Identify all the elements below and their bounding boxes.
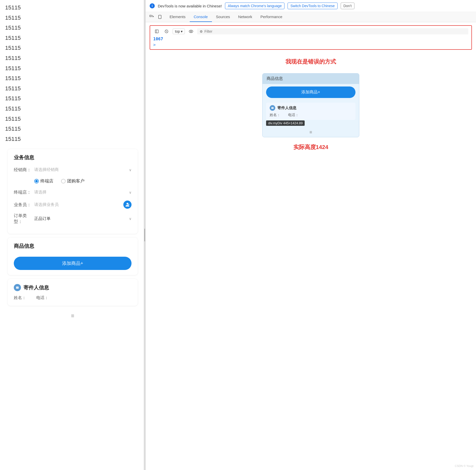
inspect-element-icon[interactable]	[148, 14, 155, 21]
list-item: 15115	[5, 43, 140, 53]
preview-phone-label: 电话：	[288, 113, 299, 117]
dealer-placeholder: 请选择经销商	[34, 167, 59, 172]
tab-console[interactable]: Console	[190, 12, 212, 22]
dealer-label: 经销商：	[14, 167, 34, 173]
console-filter-area: ⚙	[197, 28, 468, 34]
order-type-value: 正品订单	[34, 216, 129, 221]
sender-icon	[14, 284, 21, 291]
product-info-card: 商品信息 添加商品+	[8, 238, 138, 275]
terminal-store-select[interactable]: 请选择 ∨	[34, 188, 132, 196]
svg-rect-1	[159, 15, 161, 19]
preview-card: 商品信息 添加商品+ 寄件人信息 姓名： 电话： di	[262, 73, 359, 137]
preview-card-header: 商品信息	[263, 73, 359, 84]
preview-handle: ≡	[263, 128, 359, 137]
devtools-tabs: Elements Console Sources Network Perform…	[146, 12, 476, 22]
terminal-store-label: 终端店：	[14, 189, 34, 195]
sender-title-row: 寄件人信息	[14, 284, 132, 291]
order-type-select[interactable]: 正品订单 ∨	[34, 215, 132, 223]
terminal-label: 终端店	[40, 178, 53, 184]
console-output-highlighted: top ▾ ⚙ 1067 >	[150, 25, 472, 50]
list-item: 15115	[5, 3, 140, 13]
svg-rect-3	[155, 30, 158, 33]
business-info-card: 业务信息 经销商： 请选择经销商 ∨ 终端店 团购客户 终端店： 请选择 ∨	[8, 149, 138, 234]
console-controls: top ▾ ⚙	[153, 28, 468, 35]
list-item: 15115	[5, 124, 140, 134]
svg-point-8	[191, 31, 192, 32]
salesperson-placeholder: 请选择业务员	[34, 202, 123, 207]
tab-elements[interactable]: Elements	[165, 12, 190, 22]
banner-text: DevTools is now available in Chinese!	[158, 4, 222, 8]
number-list: 15115 15115 15115 15115 15115 15115 1511…	[0, 0, 145, 146]
list-item: 15115	[5, 83, 140, 94]
console-filter-input[interactable]	[204, 29, 466, 33]
clear-console-button[interactable]	[163, 28, 170, 35]
tab-performance[interactable]: Performance	[256, 12, 287, 22]
svg-line-6	[166, 31, 167, 32]
console-output-value: 1067	[153, 36, 468, 41]
terminal-radio[interactable]: 终端店	[34, 178, 53, 184]
list-item: 15115	[5, 114, 140, 124]
chevron-down-icon: ∨	[129, 217, 132, 221]
chevron-down-icon: ∨	[129, 168, 132, 172]
devtools-panel: i DevTools is now available in Chinese! …	[146, 0, 476, 470]
devtools-content: 我现在是错误的方式 商品信息 添加商品+ 寄件人信息 姓名： 电话：	[146, 53, 476, 470]
sender-phone-label: 电话：	[36, 295, 49, 301]
terminal-store-row: 终端店： 请选择 ∨	[14, 188, 132, 196]
sender-info-card: 寄件人信息 姓名： 电话：	[8, 279, 138, 306]
list-item: 15115	[5, 73, 140, 83]
console-sidebar-button[interactable]	[153, 28, 160, 35]
frame-selector-chevron: ▾	[181, 29, 183, 33]
product-card-title: 商品信息	[14, 243, 132, 250]
eye-icon[interactable]	[187, 28, 195, 35]
csdn-watermark: CSDN © Yougt	[455, 464, 473, 467]
handle-bars-icon: ≡	[310, 130, 312, 135]
sender-card-title: 寄件人信息	[23, 284, 49, 291]
terminal-radio-circle	[34, 179, 39, 183]
svg-rect-0	[150, 15, 151, 17]
dim-badge: div.myDiv 445×1424.89	[266, 120, 305, 126]
preview-sender: 寄件人信息 姓名： 电话：	[266, 103, 355, 120]
preview-sender-icon	[270, 105, 275, 111]
list-item: 15115	[5, 63, 140, 73]
dim-tooltip-row: div.myDiv 445×1424.89	[266, 120, 355, 128]
switch-to-chinese-button[interactable]: Switch DevTools to Chinese	[288, 3, 338, 9]
customer-type-row: 终端店 团购客户	[34, 178, 132, 184]
list-item: 15115	[5, 33, 140, 43]
order-type-label: 订单类型：	[14, 213, 34, 225]
group-label: 团购客户	[67, 178, 85, 184]
add-person-icon[interactable]	[123, 201, 132, 209]
match-language-button[interactable]: Always match Chrome's language	[225, 3, 284, 9]
sender-fields: 姓名： 电话：	[14, 295, 132, 301]
preview-name-label: 姓名：	[270, 113, 280, 117]
dealer-select[interactable]: 请选择经销商 ∨	[34, 166, 132, 174]
dont-button[interactable]: Don't	[341, 3, 354, 9]
salesperson-row: 业务员： 请选择业务员	[14, 201, 132, 209]
preview-add-product-button[interactable]: 添加商品+	[266, 86, 355, 98]
device-toolbar-icon[interactable]	[156, 14, 163, 21]
dealer-row: 经销商： 请选择经销商 ∨	[14, 166, 132, 174]
filter-icon: ⚙	[200, 30, 203, 33]
add-product-button[interactable]: 添加商品+	[14, 257, 132, 270]
sender-name-label: 姓名：	[14, 295, 26, 301]
group-radio-circle	[61, 179, 66, 183]
handle-icon: ≡	[71, 313, 74, 319]
frame-selector[interactable]: top ▾	[173, 29, 185, 34]
list-item: 15115	[5, 13, 140, 23]
frame-selector-label: top	[175, 29, 180, 33]
list-item: 15115	[5, 104, 140, 114]
salesperson-label: 业务员：	[14, 202, 34, 208]
panel-resize-handle[interactable]	[144, 0, 145, 470]
list-item: 15115	[5, 134, 140, 144]
bottom-handle: ≡	[0, 310, 145, 322]
left-panel: 15115 15115 15115 15115 15115 15115 1511…	[0, 0, 146, 470]
order-type-row: 订单类型： 正品订单 ∨	[14, 213, 132, 225]
actual-height-text: 实际高度1424	[153, 143, 468, 151]
group-radio[interactable]: 团购客户	[61, 178, 85, 184]
tab-network[interactable]: Network	[234, 12, 256, 22]
list-item: 15115	[5, 23, 140, 33]
tab-sources[interactable]: Sources	[212, 12, 234, 22]
devtools-banner: i DevTools is now available in Chinese! …	[146, 0, 476, 12]
list-item: 15115	[5, 93, 140, 104]
preview-sender-fields: 姓名： 电话：	[270, 113, 352, 117]
svg-point-7	[189, 30, 193, 33]
